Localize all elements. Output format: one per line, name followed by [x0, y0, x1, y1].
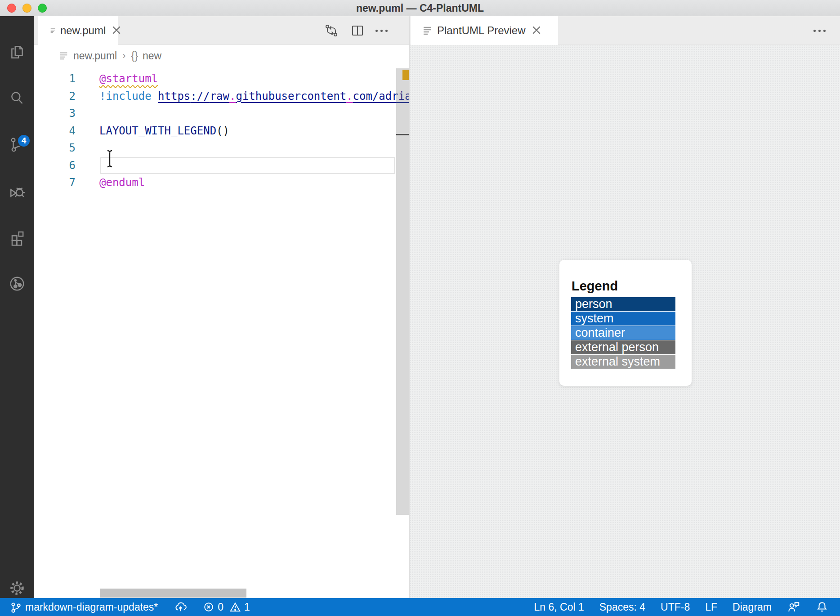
error-count: 0	[218, 601, 223, 613]
code-lines: 1@startuml 2!include https://raw.githubu…	[34, 70, 409, 192]
legend-title: Legend	[572, 280, 692, 293]
cursor-position-status[interactable]: Ln 6, Col 1	[534, 601, 584, 613]
editor-group: new.puml new.puml › {} new 1@startu	[34, 16, 409, 598]
close-tab-icon[interactable]	[532, 26, 542, 36]
open-changes-icon[interactable]	[323, 22, 340, 39]
legend-row-external-system: external system	[571, 355, 675, 369]
preview-pane: PlantUML Preview Legend person system co…	[409, 16, 840, 598]
sidebar-item-search[interactable]	[0, 81, 34, 116]
split-editor-icon[interactable]	[349, 22, 366, 39]
token-url[interactable]: https	[158, 90, 190, 103]
code-line-1: 1@startuml	[34, 70, 409, 88]
code-line-4: 4LAYOUT_WITH_LEGEND()	[34, 122, 409, 140]
vertical-scrollbar[interactable]	[396, 68, 409, 598]
code-line-5: 5	[34, 139, 409, 157]
code-line-6: 6	[34, 157, 409, 174]
overview-cursor-marker	[396, 134, 409, 135]
sidebar-item-extensions[interactable]	[0, 220, 34, 254]
breadcrumb-separator: ›	[122, 50, 125, 62]
code-line-7: 7@enduml	[34, 174, 409, 192]
legend-card: Legend person system container external …	[559, 260, 692, 386]
legend-row-person: person	[571, 297, 675, 311]
bell-icon[interactable]	[816, 601, 828, 613]
close-tab-icon[interactable]	[112, 26, 118, 36]
code-editor[interactable]: 1@startuml 2!include https://raw.githubu…	[34, 67, 409, 598]
token-layout-macro: LAYOUT_WITH_LEGEND	[99, 125, 216, 137]
tab-plantuml-preview[interactable]: PlantUML Preview	[411, 16, 558, 45]
language-mode-status[interactable]: Diagram	[733, 601, 772, 613]
gear-icon	[8, 579, 26, 597]
status-left: markdown-diagram-updates* 0 1	[0, 601, 534, 613]
feedback-icon[interactable]	[787, 600, 800, 614]
file-icon	[422, 25, 433, 36]
warning-count: 1	[244, 601, 250, 613]
problems-status-item[interactable]: 0 1	[203, 601, 250, 613]
branch-name: markdown-diagram-updates*	[25, 601, 158, 613]
sidebar-item-explorer[interactable]	[0, 35, 34, 69]
search-icon	[9, 90, 26, 107]
ibeam-mouse-cursor	[106, 149, 114, 168]
breadcrumb-symbol[interactable]: new	[143, 50, 161, 62]
cloud-upload-icon	[174, 601, 187, 613]
line-number: 4	[34, 122, 76, 140]
git-branch-icon	[10, 601, 22, 613]
editor-actions	[323, 16, 409, 45]
overview-warning-marker	[402, 70, 409, 80]
branch-status-item[interactable]: markdown-diagram-updates*	[10, 601, 158, 613]
file-icon	[59, 51, 69, 61]
tab-new-puml[interactable]: new.puml	[38, 16, 118, 45]
status-right: Ln 6, Col 1 Spaces: 4 UTF-8 LF Diagram	[534, 600, 840, 614]
encoding-status[interactable]: UTF-8	[661, 601, 690, 613]
token-include: !include	[99, 90, 152, 103]
breadcrumb: new.puml › {} new	[34, 45, 409, 67]
token-startuml: @startuml	[99, 72, 158, 85]
activity-bar: 4	[0, 16, 34, 598]
tab-label: PlantUML Preview	[437, 24, 526, 37]
legend-row-container: container	[571, 326, 675, 340]
symbol-braces-icon: {}	[131, 50, 138, 62]
tab-label: new.puml	[60, 24, 106, 37]
sidebar-item-plantuml[interactable]	[0, 267, 34, 301]
line-number: 2	[34, 88, 76, 105]
files-icon	[9, 44, 26, 61]
legend-row-external-person: external person	[571, 340, 675, 354]
code-line-3: 3	[34, 105, 409, 122]
titlebar: new.puml — C4-PlantUML	[0, 0, 840, 16]
plantuml-extension-icon	[9, 275, 26, 292]
plantuml-preview-canvas[interactable]: Legend person system container external …	[410, 45, 840, 598]
legend-row-system: system	[571, 312, 675, 326]
error-icon	[203, 601, 214, 613]
sidebar-item-source-control[interactable]: 4	[0, 128, 34, 162]
code-line-2: 2!include https://raw.githubusercontent.…	[34, 88, 409, 105]
preview-actions	[813, 16, 840, 45]
horizontal-scrollbar-thumb[interactable]	[100, 589, 246, 598]
warning-icon	[229, 601, 241, 613]
line-number: 7	[34, 174, 76, 192]
line-number: 5	[34, 139, 76, 157]
window-title: new.puml — C4-PlantUML	[0, 0, 840, 16]
eol-status[interactable]: LF	[705, 601, 717, 613]
legend-rows: person system container external person …	[571, 297, 675, 369]
status-bar: markdown-diagram-updates* 0 1 Ln 6, Col …	[0, 598, 840, 616]
publish-status-item[interactable]	[174, 601, 187, 613]
more-actions-icon[interactable]	[813, 30, 826, 32]
sidebar-item-run-debug[interactable]	[0, 174, 34, 208]
extensions-icon	[9, 229, 26, 246]
line-number: 6	[34, 157, 76, 174]
debug-icon	[9, 183, 26, 200]
token-enduml: @enduml	[99, 176, 145, 189]
more-actions-icon[interactable]	[375, 30, 388, 32]
source-control-badge: 4	[17, 134, 31, 147]
line-number: 3	[34, 105, 76, 122]
editor-tab-bar: new.puml	[34, 16, 409, 45]
preview-tab-bar: PlantUML Preview	[410, 16, 840, 45]
file-icon	[50, 25, 56, 36]
breadcrumb-file[interactable]: new.puml	[73, 50, 117, 62]
line-number: 1	[34, 70, 76, 88]
indentation-status[interactable]: Spaces: 4	[599, 601, 645, 613]
